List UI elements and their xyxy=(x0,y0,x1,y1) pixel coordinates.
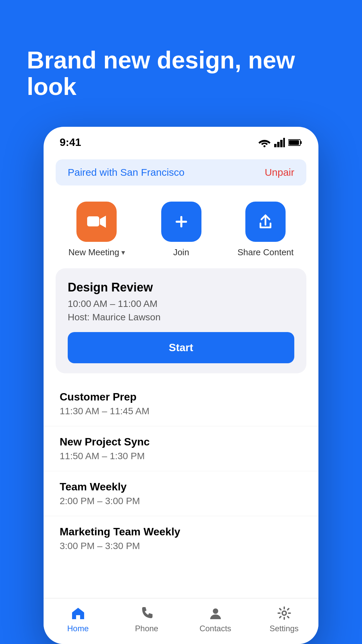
share-content-label: Share Content xyxy=(237,247,294,258)
featured-meeting-time: 10:00 AM – 11:00 AM xyxy=(68,299,294,309)
wifi-icon xyxy=(258,138,271,147)
share-content-action[interactable]: Share Content xyxy=(237,202,294,258)
phone-mockup: 9:41 Paired with San Fr xyxy=(44,127,318,644)
svg-rect-6 xyxy=(300,141,302,144)
list-item[interactable]: Marketing Team Weekly 3:00 PM – 3:30 PM xyxy=(44,516,318,561)
list-item[interactable]: Customer Prep 11:30 AM – 11:45 AM xyxy=(44,381,318,426)
battery-icon xyxy=(288,139,302,146)
nav-label-phone: Phone xyxy=(135,624,158,633)
list-item[interactable]: New Project Sync 11:50 AM – 1:30 PM xyxy=(44,426,318,471)
nav-item-home[interactable]: Home xyxy=(55,605,102,633)
hero-title: Brand new design, new look xyxy=(0,0,362,100)
new-meeting-action[interactable]: New Meeting ▾ xyxy=(68,202,125,258)
bottom-nav: Home Phone Contacts xyxy=(44,598,318,644)
meeting-time: 11:50 AM – 1:30 PM xyxy=(60,451,302,462)
share-content-button[interactable] xyxy=(245,202,286,242)
svg-rect-8 xyxy=(87,216,99,226)
hero-section: Brand new design, new look xyxy=(0,0,362,100)
nav-label-settings: Settings xyxy=(269,624,299,633)
start-meeting-button[interactable]: Start xyxy=(68,332,294,363)
join-button[interactable] xyxy=(161,202,201,242)
plus-circle-icon xyxy=(172,212,191,231)
meeting-time: 3:00 PM – 3:30 PM xyxy=(60,541,302,551)
svg-point-0 xyxy=(263,145,265,147)
svg-rect-3 xyxy=(280,140,283,147)
nav-label-home: Home xyxy=(67,624,88,633)
new-meeting-label: New Meeting ▾ xyxy=(68,247,125,258)
gear-icon xyxy=(276,605,292,621)
status-bar: 9:41 xyxy=(44,127,318,154)
list-item[interactable]: Team Weekly 2:00 PM – 3:00 PM xyxy=(44,471,318,516)
featured-meeting-host: Host: Maurice Lawson xyxy=(68,312,294,323)
meeting-title: Marketing Team Weekly xyxy=(60,526,302,538)
svg-rect-4 xyxy=(283,138,285,147)
new-meeting-button[interactable] xyxy=(76,202,117,242)
signal-icon xyxy=(274,138,285,147)
featured-meeting-card: Design Review 10:00 AM – 11:00 AM Host: … xyxy=(56,268,306,373)
contacts-icon xyxy=(207,605,224,621)
meeting-time: 11:30 AM – 11:45 AM xyxy=(60,406,302,417)
meeting-time: 2:00 PM – 3:00 PM xyxy=(60,496,302,506)
svg-rect-2 xyxy=(277,142,280,147)
share-upload-icon xyxy=(256,212,275,231)
nav-item-phone[interactable]: Phone xyxy=(123,605,170,633)
nav-label-contacts: Contacts xyxy=(199,624,231,633)
meeting-title: Team Weekly xyxy=(60,481,302,493)
svg-rect-11 xyxy=(176,221,187,223)
unpair-button[interactable]: Unpair xyxy=(265,167,294,178)
svg-rect-1 xyxy=(274,144,277,147)
svg-point-13 xyxy=(213,608,218,614)
svg-point-14 xyxy=(282,611,286,615)
join-action[interactable]: Join xyxy=(161,202,201,258)
home-icon xyxy=(70,605,86,621)
paired-bar: Paired with San Francisco Unpair xyxy=(56,159,306,185)
meeting-list: Customer Prep 11:30 AM – 11:45 AM New Pr… xyxy=(44,379,318,598)
meeting-title: Customer Prep xyxy=(60,391,302,403)
featured-meeting-title: Design Review xyxy=(68,280,294,294)
chevron-down-icon: ▾ xyxy=(121,248,125,257)
join-label: Join xyxy=(173,247,189,258)
video-camera-icon xyxy=(86,214,107,229)
nav-item-contacts[interactable]: Contacts xyxy=(192,605,239,633)
status-icons xyxy=(258,138,302,147)
nav-item-settings[interactable]: Settings xyxy=(261,605,308,633)
meeting-title: New Project Sync xyxy=(60,436,302,448)
status-time: 9:41 xyxy=(60,136,81,149)
quick-actions: New Meeting ▾ Join xyxy=(44,191,318,263)
svg-rect-7 xyxy=(289,140,299,145)
phone-icon xyxy=(139,605,155,621)
paired-text: Paired with San Francisco xyxy=(68,167,185,178)
